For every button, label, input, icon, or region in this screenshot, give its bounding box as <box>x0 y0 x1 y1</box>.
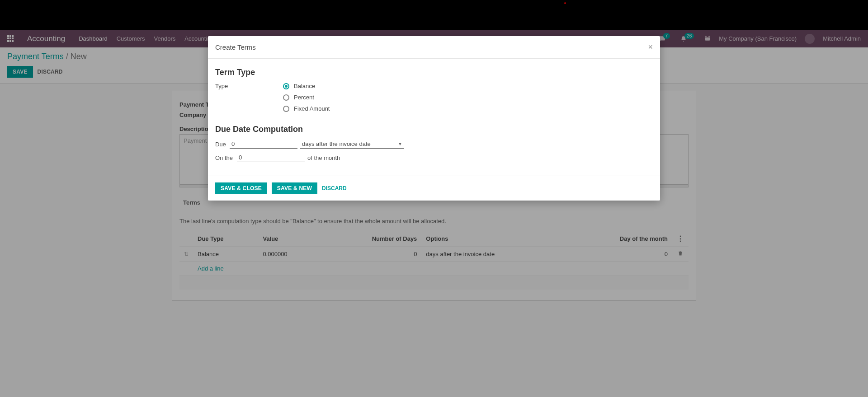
due-label: Due <box>215 141 227 148</box>
due-days-input[interactable] <box>230 140 297 149</box>
due-option-select[interactable]: days after the invoice date ▼ <box>300 140 404 149</box>
of-month-label: of the month <box>307 154 340 161</box>
radio-fixed[interactable] <box>283 106 289 112</box>
radio-percent[interactable] <box>283 94 289 101</box>
section-term-type: Term Type <box>215 68 653 77</box>
modal-title: Create Terms <box>215 43 256 51</box>
on-the-label: On the <box>215 154 234 161</box>
save-new-button[interactable]: Save & New <box>272 182 317 194</box>
radio-balance[interactable] <box>283 83 289 89</box>
chevron-down-icon: ▼ <box>398 141 402 146</box>
modal-backdrop: Create Terms × Term Type Type Balance Pe… <box>0 0 868 307</box>
modal-discard-button[interactable]: Discard <box>322 185 347 191</box>
day-of-month-input[interactable] <box>237 153 305 162</box>
create-terms-modal: Create Terms × Term Type Type Balance Pe… <box>208 36 660 201</box>
save-close-button[interactable]: Save & Close <box>215 182 267 194</box>
type-label: Type <box>215 83 228 89</box>
close-icon[interactable]: × <box>648 42 653 52</box>
section-due-date: Due Date Computation <box>215 125 653 134</box>
